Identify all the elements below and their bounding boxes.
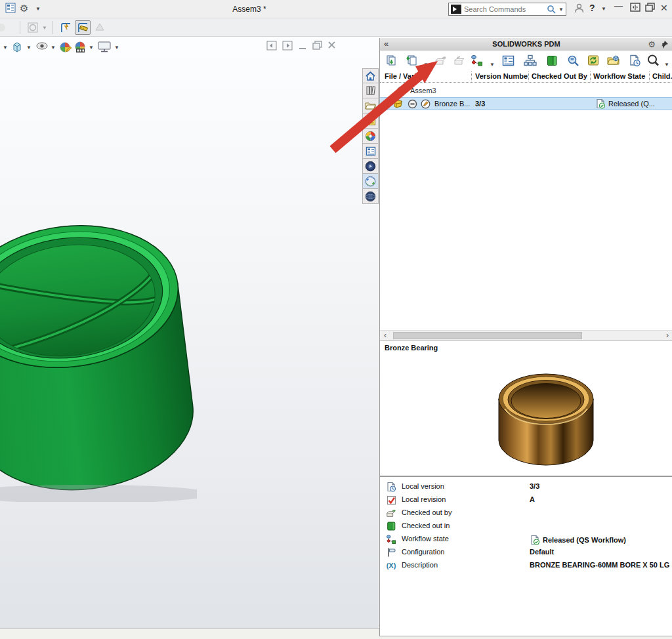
checked-out-files-button[interactable]	[545, 54, 558, 67]
pdm-options-gear-icon[interactable]: ⚙	[648, 39, 656, 49]
collapse-expander-icon[interactable]	[396, 86, 406, 96]
pdm-pin-icon[interactable]	[660, 40, 669, 49]
get-latest-version-button[interactable]	[385, 54, 398, 67]
column-file[interactable]: File / Varia...	[385, 72, 469, 80]
column-version-number[interactable]: Version Number	[475, 72, 528, 80]
help-button[interactable]: ?	[589, 3, 595, 13]
search-commands-box[interactable]: ▼	[448, 3, 566, 16]
local-revision-icon	[386, 495, 396, 505]
checked-out-by-icon	[386, 508, 396, 518]
change-state-button[interactable]	[471, 54, 484, 67]
column-children[interactable]: Child...	[652, 72, 672, 80]
history-button[interactable]	[628, 54, 641, 67]
property-label: Workflow state	[402, 535, 449, 543]
app-title-bar: ⚙ ▼ Assem3 * ▼ ? ▼ — ✕	[0, 0, 672, 18]
preview-file-title: Bronze Bearing	[385, 344, 438, 352]
minimize-button[interactable]: —	[614, 1, 623, 10]
property-row-local-version: Local version 3/3	[380, 480, 672, 493]
preview-magnifier-button[interactable]	[566, 54, 579, 67]
doc-minimize-button[interactable]	[299, 43, 306, 50]
view-settings-caret[interactable]: ▼	[114, 45, 119, 51]
change-state-caret[interactable]: ▼	[486, 58, 499, 71]
property-row-checked-out-by: Checked out by	[380, 506, 672, 520]
tab-design-library-icon[interactable]	[362, 83, 379, 98]
search-dropdown-caret[interactable]: ▼	[558, 7, 564, 12]
column-checked-out-by[interactable]: Checked Out By	[532, 72, 589, 80]
tab-appearances-icon[interactable]	[362, 129, 379, 144]
apply-scene-icon[interactable]	[74, 41, 87, 54]
search-commands-input[interactable]	[464, 5, 547, 13]
property-value: A	[530, 495, 535, 503]
pane-right-button[interactable]	[282, 41, 293, 51]
contains-tree-button[interactable]	[524, 54, 537, 67]
graphics-viewport[interactable]: ▼ ▼ ▼ ▼ ▼	[0, 37, 379, 629]
tree-row-bronze-bearing[interactable]: Bronze B... 3/3 Released (Q...	[380, 97, 672, 110]
pdm-search-button[interactable]	[646, 54, 660, 67]
section-view-icon[interactable]	[25, 20, 41, 35]
tab-3dexperience-icon[interactable]	[362, 189, 379, 204]
doc-close-button[interactable]	[327, 41, 336, 49]
section-view-caret[interactable]: ▼	[41, 20, 49, 35]
tab-file-explorer-icon[interactable]	[362, 98, 379, 113]
tab-home-icon[interactable]	[362, 68, 379, 83]
sketch-tool-icon[interactable]	[58, 20, 74, 35]
measure-tool-icon[interactable]	[75, 20, 91, 35]
get-version-button[interactable]	[405, 54, 418, 67]
refresh-vault-button[interactable]	[587, 54, 600, 67]
property-value: Released (QS Workflow)	[530, 535, 626, 545]
tab-custom-properties-icon[interactable]	[362, 144, 379, 159]
markup-tool-icon[interactable]	[92, 20, 108, 35]
property-row-workflow-state: Workflow state Released (QS Workflow)	[380, 533, 672, 546]
tab-forum-icon[interactable]	[362, 159, 379, 174]
display-style-icon[interactable]	[10, 41, 24, 54]
green-bearing-model[interactable]	[0, 187, 197, 502]
task-pane-tab-strip	[362, 68, 379, 204]
workflow-state-text: Released (QS Workflow)	[543, 536, 626, 544]
part-icon	[393, 98, 404, 109]
doc-restore-button[interactable]	[312, 41, 322, 50]
part-file-name: Bronze B...	[434, 100, 470, 108]
user-account-icon[interactable]	[574, 3, 585, 14]
expand-window-button[interactable]	[630, 3, 640, 12]
docbar-caret-1[interactable]: ▼	[3, 45, 8, 51]
open-containing-folder-button[interactable]	[607, 54, 620, 67]
solidworks-app-window: ⚙ ▼ Assem3 * ▼ ? ▼ — ✕ ▼	[0, 0, 672, 639]
apply-scene-caret[interactable]: ▼	[89, 45, 94, 51]
restore-window-button[interactable]	[645, 3, 655, 12]
preview-divider	[380, 476, 672, 477]
tab-solidworks-pdm-icon[interactable]	[362, 174, 379, 189]
scroll-right-button[interactable]: ›	[662, 331, 672, 340]
tab-view-palette-icon[interactable]	[362, 113, 379, 129]
bronze-bearing-preview-image	[490, 363, 602, 473]
view-settings-icon[interactable]	[97, 41, 112, 52]
hide-show-eye-icon[interactable]	[35, 41, 49, 51]
get-version-caret[interactable]: ▼	[419, 58, 432, 71]
help-dropdown-caret[interactable]: ▼	[601, 6, 606, 12]
property-value: Default	[530, 548, 554, 556]
pdm-panel-title: SOLIDWORKS PDM	[380, 40, 672, 48]
tree-row-assem3[interactable]: Assem3	[380, 84, 672, 97]
property-row-checked-out-in: Checked out in	[380, 520, 672, 533]
pdm-title-bar: « SOLIDWORKS PDM ⚙	[380, 38, 672, 51]
pdm-toolbar: ▼ ▼	[380, 51, 672, 70]
partial-tool-icon[interactable]	[0, 20, 9, 35]
display-style-caret[interactable]: ▼	[26, 45, 32, 51]
workflow-state-icon	[386, 534, 396, 545]
search-magnifier-icon[interactable]	[547, 5, 556, 14]
data-card-button[interactable]	[501, 54, 514, 67]
column-workflow-state[interactable]: Workflow State	[593, 72, 648, 80]
pane-left-button[interactable]	[266, 41, 277, 51]
scrollbar-thumb[interactable]	[393, 332, 582, 339]
pdm-search-caret[interactable]: ▼	[660, 58, 672, 71]
local-version-icon	[386, 482, 396, 492]
check-out-button[interactable]	[434, 54, 447, 67]
document-title: Assem3 *	[0, 5, 499, 14]
pdm-horizontal-scrollbar[interactable]: ‹ ›	[380, 330, 672, 340]
collapse-expander-icon[interactable]	[408, 99, 417, 109]
hide-show-caret[interactable]: ▼	[51, 45, 56, 51]
edit-appearance-icon[interactable]	[59, 41, 72, 54]
checked-out-in-icon	[386, 521, 396, 531]
check-in-button[interactable]	[452, 54, 465, 67]
scroll-left-button[interactable]: ‹	[380, 331, 390, 340]
close-button[interactable]: ✕	[660, 3, 668, 13]
